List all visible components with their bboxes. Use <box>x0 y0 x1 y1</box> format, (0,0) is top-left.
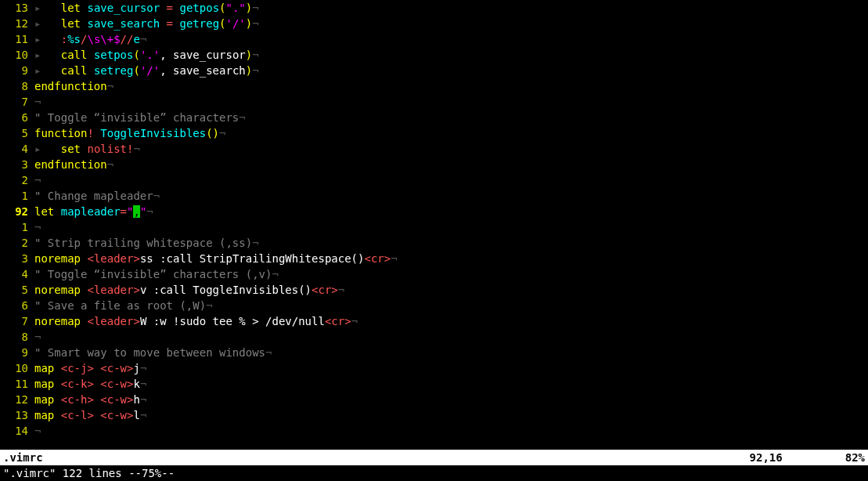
line-content: function! ToggleInvisibles()¬ <box>34 125 868 141</box>
line-number: 3 <box>0 157 34 172</box>
code-line[interactable]: 7¬ <box>0 94 868 110</box>
line-content: " Save a file as root (,W)¬ <box>34 298 868 313</box>
line-number: 10 <box>0 47 34 63</box>
line-number: 11 <box>0 31 34 47</box>
line-number: 92 <box>0 204 34 219</box>
code-line[interactable]: 13map <c-l> <c-w>l¬ <box>0 407 868 423</box>
line-content: ▸ call setreg('/', save_search)¬ <box>34 63 868 78</box>
line-number: 9 <box>0 345 34 360</box>
editor-area[interactable]: 13▸ let save_cursor = getpos(".")¬12▸ le… <box>0 0 868 450</box>
code-line[interactable]: 8¬ <box>0 329 868 345</box>
code-line[interactable]: 12▸ let save_search = getreg('/')¬ <box>0 16 868 31</box>
code-line[interactable]: 5noremap <leader>v :call ToggleInvisible… <box>0 282 868 298</box>
line-number: 6 <box>0 298 34 313</box>
line-number: 5 <box>0 282 34 298</box>
line-number: 13 <box>0 407 34 423</box>
code-line[interactable]: 6" Save a file as root (,W)¬ <box>0 298 868 313</box>
line-number: 8 <box>0 329 34 345</box>
line-content: map <c-l> <c-w>l¬ <box>34 407 868 423</box>
code-line[interactable]: 12map <c-h> <c-w>h¬ <box>0 392 868 407</box>
line-content: noremap <leader>ss :call StripTrailingWh… <box>34 251 868 266</box>
line-content: ▸ set nolist!¬ <box>34 141 868 157</box>
line-content: map <c-h> <c-w>h¬ <box>34 392 868 407</box>
code-line[interactable]: 5function! ToggleInvisibles()¬ <box>0 125 868 141</box>
command-line[interactable]: ".vimrc" 122 lines --75%-- <box>0 465 868 481</box>
line-number: 1 <box>0 188 34 204</box>
line-content: " Smart way to move between windows¬ <box>34 345 868 360</box>
code-line[interactable]: 3endfunction¬ <box>0 157 868 172</box>
code-line[interactable]: 4" Toggle “invisible” characters (,v)¬ <box>0 266 868 282</box>
line-number: 3 <box>0 251 34 266</box>
line-content: noremap <leader>W :w !sudo tee % > /dev/… <box>34 313 868 329</box>
line-content: ¬ <box>34 94 868 110</box>
code-line[interactable]: 4▸ set nolist!¬ <box>0 141 868 157</box>
code-line[interactable]: 8endfunction¬ <box>0 78 868 94</box>
code-line[interactable]: 10▸ call setpos('.', save_cursor)¬ <box>0 47 868 63</box>
code-line[interactable]: 2¬ <box>0 172 868 188</box>
line-number: 11 <box>0 376 34 392</box>
line-content: let mapleader=","¬ <box>34 204 868 219</box>
line-number: 12 <box>0 16 34 31</box>
line-number: 12 <box>0 392 34 407</box>
line-number: 9 <box>0 63 34 78</box>
line-content: map <c-j> <c-w>j¬ <box>34 360 868 376</box>
code-line[interactable]: 6" Toggle “invisible” characters¬ <box>0 110 868 125</box>
status-bar: .vimrc 92,16 82% <box>0 450 868 465</box>
code-line[interactable]: 11▸ :%s/\s\+$//e¬ <box>0 31 868 47</box>
code-line[interactable]: 1" Change mapleader¬ <box>0 188 868 204</box>
line-content: map <c-k> <c-w>k¬ <box>34 376 868 392</box>
line-content: endfunction¬ <box>34 157 868 172</box>
line-number: 7 <box>0 313 34 329</box>
code-line[interactable]: 3noremap <leader>ss :call StripTrailingW… <box>0 251 868 266</box>
line-number: 10 <box>0 360 34 376</box>
line-content: ▸ let save_search = getreg('/')¬ <box>34 16 868 31</box>
status-filename: .vimrc <box>0 450 43 465</box>
line-content: ▸ let save_cursor = getpos(".")¬ <box>34 0 868 16</box>
line-content: " Change mapleader¬ <box>34 188 868 204</box>
code-line[interactable]: 11map <c-k> <c-w>k¬ <box>0 376 868 392</box>
line-content: ¬ <box>34 423 868 439</box>
line-content: endfunction¬ <box>34 78 868 94</box>
code-line[interactable]: 14¬ <box>0 423 868 439</box>
code-line[interactable]: 7noremap <leader>W :w !sudo tee % > /dev… <box>0 313 868 329</box>
line-number: 6 <box>0 110 34 125</box>
line-number: 14 <box>0 423 34 439</box>
line-number: 8 <box>0 78 34 94</box>
line-content: ▸ call setpos('.', save_cursor)¬ <box>34 47 868 63</box>
code-line[interactable]: 2" Strip trailing whitespace (,ss)¬ <box>0 235 868 251</box>
code-line[interactable]: 9" Smart way to move between windows¬ <box>0 345 868 360</box>
status-percent: 82% <box>845 450 868 465</box>
line-number: 2 <box>0 172 34 188</box>
line-number: 7 <box>0 94 34 110</box>
code-line[interactable]: 92let mapleader=","¬ <box>0 204 868 219</box>
line-content: " Toggle “invisible” characters¬ <box>34 110 868 125</box>
code-line[interactable]: 13▸ let save_cursor = getpos(".")¬ <box>0 0 868 16</box>
code-line[interactable]: 9▸ call setreg('/', save_search)¬ <box>0 63 868 78</box>
line-number: 4 <box>0 141 34 157</box>
code-line[interactable]: 1¬ <box>0 219 868 235</box>
line-content: ¬ <box>34 172 868 188</box>
line-content: ¬ <box>34 219 868 235</box>
line-number: 2 <box>0 235 34 251</box>
line-content: " Strip trailing whitespace (,ss)¬ <box>34 235 868 251</box>
cursor: , <box>133 205 139 218</box>
line-number: 4 <box>0 266 34 282</box>
line-number: 13 <box>0 0 34 16</box>
line-number: 5 <box>0 125 34 141</box>
code-line[interactable]: 10map <c-j> <c-w>j¬ <box>0 360 868 376</box>
line-number: 1 <box>0 219 34 235</box>
line-content: ▸ :%s/\s\+$//e¬ <box>34 31 868 47</box>
line-content: " Toggle “invisible” characters (,v)¬ <box>34 266 868 282</box>
line-content: ¬ <box>34 329 868 345</box>
line-content: noremap <leader>v :call ToggleInvisibles… <box>34 282 868 298</box>
status-cursor-position: 92,16 <box>750 450 845 465</box>
